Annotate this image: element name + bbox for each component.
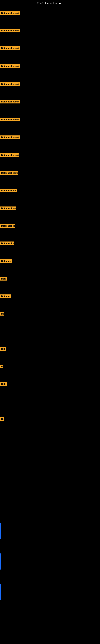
bottleneck-result-badge[interactable]: Bottlene	[0, 294, 11, 298]
bottleneck-result-badge[interactable]: Bottleneck res	[0, 224, 15, 228]
bottleneck-result-badge[interactable]: Bottlenec	[0, 259, 12, 263]
bottleneck-result-badge[interactable]: Bottleneck result	[0, 46, 20, 50]
bottleneck-result-badge[interactable]: Bottleneck result	[0, 118, 20, 121]
bottleneck-result-badge[interactable]: Bottleneck result	[0, 29, 20, 32]
site-title: TheBottlenecker.com	[37, 2, 63, 5]
bottleneck-result-badge[interactable]: Bottl	[0, 382, 7, 386]
vertical-line	[0, 523, 1, 539]
bottleneck-result-badge[interactable]: Bottleneck result	[0, 136, 20, 139]
bottleneck-result-badge[interactable]: Bottleneck result	[0, 82, 20, 86]
bottleneck-result-badge[interactable]: Bottleneck res	[0, 189, 17, 192]
bottleneck-result-badge[interactable]: Bot	[0, 347, 6, 351]
bottleneck-result-badge[interactable]: Bottl	[0, 277, 7, 280]
vertical-line	[0, 584, 1, 600]
bottleneck-result-badge[interactable]: Bottleneck res	[0, 206, 16, 210]
bottleneck-result-badge[interactable]: B	[0, 365, 3, 368]
bottleneck-result-badge[interactable]: Bottleneck result	[0, 100, 20, 104]
bottleneck-result-badge[interactable]: Bo	[0, 417, 4, 421]
bottleneck-result-badge[interactable]: Bottleneck re	[0, 242, 14, 245]
bottleneck-result-badge[interactable]: Bo	[0, 312, 4, 316]
bottleneck-result-badge[interactable]: Bottleneck result	[0, 153, 19, 157]
bottleneck-result-badge[interactable]: Bottleneck result	[0, 11, 20, 15]
bottleneck-result-badge[interactable]: Bottleneck result	[0, 171, 18, 175]
vertical-line	[0, 554, 1, 570]
bottleneck-result-badge[interactable]: Bottleneck result	[0, 64, 20, 68]
